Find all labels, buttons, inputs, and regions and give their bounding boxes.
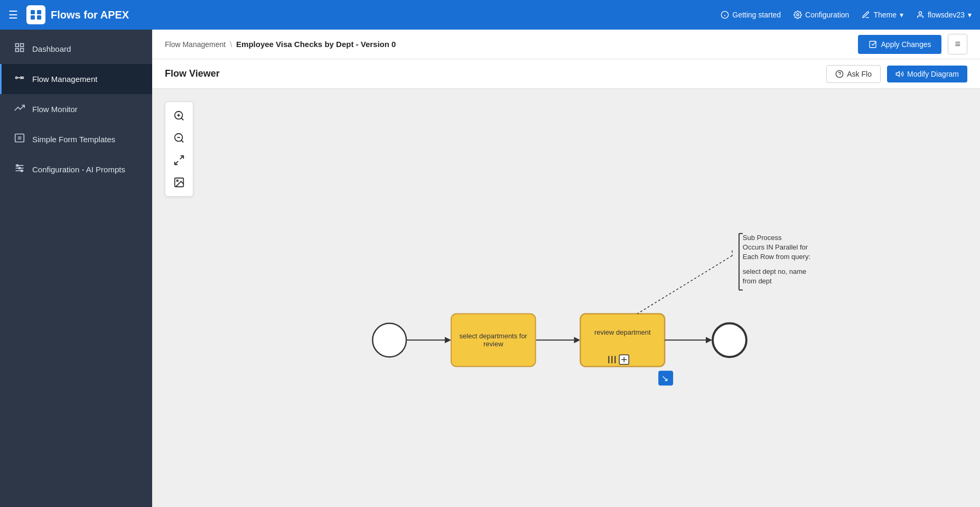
theme-chevron: ▾ <box>900 11 903 19</box>
flow-viewer-buttons: Ask Flo Modify Diagram <box>826 65 967 83</box>
sidebar-label-flow-management: Flow Management <box>32 75 97 84</box>
user-menu[interactable]: flowsdev23 ▾ <box>916 11 972 19</box>
svg-point-8 <box>919 12 921 14</box>
flow-viewer-title: Flow Viewer <box>165 68 220 79</box>
theme-label: Theme <box>873 11 897 19</box>
svg-line-54 <box>637 256 732 314</box>
breadcrumb-bar: Flow Management \ Employee Visa Checks b… <box>152 30 980 59</box>
sidebar-item-simple-form-templates[interactable]: Simple Form Templates <box>0 124 152 154</box>
sidebar-label-config-ai: Configuration - AI Prompts <box>32 165 125 174</box>
sidebar-label-flow-monitor: Flow Monitor <box>32 105 78 114</box>
theme-icon <box>862 11 870 19</box>
flow-viewer-header: Flow Viewer Ask Flo Modi <box>152 59 980 89</box>
svg-text:Each Row from query:: Each Row from query: <box>743 253 810 261</box>
topnav-actions: Getting started Configuration Theme ▾ fl… <box>721 11 972 19</box>
menu-icon: ≡ <box>955 39 960 49</box>
svg-rect-26 <box>870 41 876 48</box>
svg-rect-0 <box>31 10 35 14</box>
actions-menu-button[interactable]: ≡ <box>948 34 967 54</box>
sidebar-label-simple-form-templates: Simple Form Templates <box>32 135 115 144</box>
svg-marker-52 <box>706 337 712 343</box>
flow-management-icon <box>14 72 25 86</box>
sidebar-item-dashboard[interactable]: Dashboard <box>0 34 152 64</box>
getting-started-label: Getting started <box>732 11 781 19</box>
svg-point-13 <box>16 77 17 78</box>
svg-rect-10 <box>21 44 24 47</box>
svg-point-25 <box>21 170 23 171</box>
svg-marker-44 <box>574 337 580 343</box>
apply-changes-button[interactable]: Apply Changes <box>858 35 942 54</box>
svg-rect-11 <box>16 49 19 52</box>
sidebar-item-flow-management[interactable]: Flow Management <box>0 64 152 94</box>
form-templates-icon <box>14 133 25 146</box>
logo-svg <box>30 8 42 21</box>
modify-diagram-label: Modify Diagram <box>907 70 959 78</box>
svg-marker-42 <box>445 337 451 343</box>
svg-point-7 <box>797 14 799 16</box>
svg-marker-29 <box>896 71 899 76</box>
ask-flo-label: Ask Flo <box>847 70 872 78</box>
breadcrumb-actions: Apply Changes ≡ <box>858 34 967 54</box>
svg-rect-9 <box>16 44 19 47</box>
svg-text:Occurs IN Parallel for: Occurs IN Parallel for <box>743 243 808 251</box>
end-event <box>713 323 746 357</box>
breadcrumb-current: Employee Visa Checks by Dept - Version 0 <box>236 40 396 49</box>
svg-rect-16 <box>15 134 24 142</box>
user-chevron: ▾ <box>968 11 972 19</box>
svg-text:from dept: from dept <box>743 277 772 285</box>
svg-point-24 <box>18 167 20 169</box>
flow-monitor-icon <box>14 103 25 116</box>
app-title: Flows for APEX <box>51 9 129 21</box>
bpmn-diagram: select departments for review review dep… <box>152 89 980 507</box>
svg-point-23 <box>16 164 18 166</box>
user-icon <box>916 11 925 19</box>
sidebar-item-config-ai[interactable]: Configuration - AI Prompts <box>0 154 152 185</box>
hamburger-menu[interactable]: ☰ <box>8 8 18 21</box>
user-label: flowsdev23 <box>928 11 965 19</box>
modify-diagram-button[interactable]: Modify Diagram <box>887 66 967 82</box>
sidebar-label-dashboard: Dashboard <box>32 44 71 53</box>
apply-changes-label: Apply Changes <box>881 40 931 49</box>
svg-text:↘: ↘ <box>661 374 668 383</box>
logo-icon <box>26 5 45 24</box>
theme-link[interactable]: Theme ▾ <box>862 11 903 19</box>
getting-started-link[interactable]: Getting started <box>721 11 781 19</box>
apply-icon <box>869 40 877 49</box>
gear-icon <box>794 11 802 19</box>
breadcrumb-separator: \ <box>230 40 232 49</box>
configuration-label: Configuration <box>805 11 849 19</box>
modify-icon <box>895 70 904 78</box>
top-navigation: ☰ Flows for APEX Getting started Configu… <box>0 0 980 30</box>
dashboard-icon <box>14 42 25 56</box>
start-event <box>372 323 406 357</box>
ask-flo-icon <box>835 70 844 78</box>
sidebar: Dashboard Flow Management Flow Monitor <box>0 30 152 507</box>
breadcrumb-parent[interactable]: Flow Management <box>165 40 226 49</box>
ask-flo-button[interactable]: Ask Flo <box>826 65 881 83</box>
configuration-link[interactable]: Configuration <box>794 11 849 19</box>
sidebar-item-flow-monitor[interactable]: Flow Monitor <box>0 94 152 124</box>
svg-rect-3 <box>37 15 41 20</box>
diagram-area: select departments for review review dep… <box>152 89 980 507</box>
svg-rect-1 <box>37 10 41 14</box>
svg-rect-2 <box>31 15 35 20</box>
svg-text:select dept no, name: select dept no, name <box>743 268 806 275</box>
info-icon <box>721 11 729 19</box>
config-ai-icon <box>14 163 25 176</box>
breadcrumb: Flow Management \ Employee Visa Checks b… <box>165 40 396 49</box>
app-logo: Flows for APEX <box>26 5 712 24</box>
svg-text:Sub Process: Sub Process <box>743 234 782 242</box>
main-content: Flow Management \ Employee Visa Checks b… <box>152 30 980 507</box>
main-layout: Dashboard Flow Management Flow Monitor <box>0 30 980 507</box>
svg-rect-12 <box>21 49 24 52</box>
